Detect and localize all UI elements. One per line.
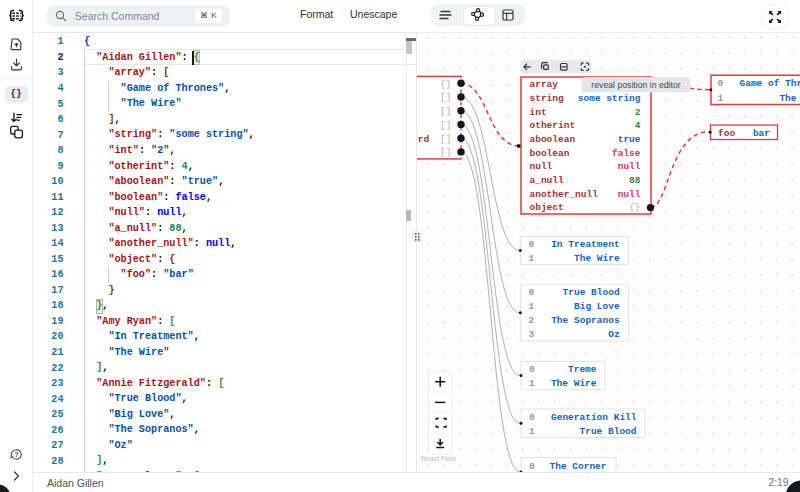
svg-text:1: 1 [529, 301, 535, 312]
svg-text:{}: {} [629, 202, 640, 213]
svg-text:boolean: boolean [530, 148, 570, 159]
svg-text:Generation Kill: Generation Kill [551, 412, 637, 423]
svg-text:2: 2 [529, 315, 535, 326]
svg-text:0: 0 [529, 461, 535, 472]
svg-text:null: null [618, 189, 641, 200]
svg-text:0: 0 [529, 239, 535, 250]
svg-text:otherint: otherint [530, 120, 576, 131]
svg-text:0: 0 [529, 287, 535, 298]
svg-text:another_null: another_null [530, 189, 599, 200]
svg-text:null: null [530, 161, 553, 172]
svg-text:Big Love: Big Love [574, 301, 620, 312]
svg-text:array: array [530, 79, 559, 90]
svg-text:0: 0 [529, 412, 535, 423]
svg-text:1: 1 [718, 93, 724, 104]
svg-text:1: 1 [529, 378, 535, 389]
svg-text:3: 3 [529, 329, 535, 340]
svg-text:React Flow: React Flow [421, 455, 457, 462]
svg-text:[]: [] [440, 92, 451, 103]
svg-text:reveal position in editor: reveal position in editor [591, 80, 680, 90]
svg-text:[]: [] [440, 106, 451, 117]
svg-text:aboolean: aboolean [530, 134, 576, 145]
svg-text:The Wire: The Wire [574, 253, 620, 264]
svg-text:string: string [530, 93, 565, 104]
svg-text:Oz: Oz [608, 329, 619, 340]
svg-text:object: object [530, 202, 564, 213]
svg-text:True Blood: True Blood [563, 287, 620, 298]
svg-text:foo: foo [718, 128, 735, 139]
svg-text:The Corner: The Corner [549, 461, 606, 472]
svg-text:bar: bar [753, 128, 770, 139]
svg-text:true: true [618, 134, 641, 145]
svg-text:2: 2 [635, 107, 641, 118]
svg-text:1: 1 [529, 426, 535, 437]
svg-text:88: 88 [629, 175, 641, 186]
svg-text:1: 1 [529, 253, 535, 264]
svg-text:null: null [618, 161, 641, 172]
svg-text:?: ? [14, 450, 19, 459]
svg-text:false: false [612, 148, 641, 159]
svg-text:4: 4 [635, 120, 641, 131]
svg-text:[]: [] [440, 147, 451, 158]
svg-text:Treme: Treme [568, 364, 597, 375]
svg-text:True Blood: True Blood [579, 426, 636, 437]
svg-text:0: 0 [718, 78, 724, 89]
svg-text:[]: [] [440, 134, 451, 145]
svg-text:rd: rd [418, 134, 430, 145]
svg-text:The Wire: The Wire [551, 378, 597, 389]
svg-text:In Treatment: In Treatment [551, 239, 619, 250]
svg-text:some string: some string [578, 93, 641, 104]
svg-text:[]: [] [440, 120, 451, 131]
svg-text:0: 0 [529, 364, 535, 375]
svg-text:a_null: a_null [530, 175, 565, 186]
svg-text:Game of Thrones: Game of Thrones [739, 78, 800, 89]
svg-text:{}: {} [440, 79, 451, 90]
svg-text:int: int [530, 107, 547, 118]
svg-text:The Sopranos: The Sopranos [551, 315, 620, 326]
svg-text:The Wire: The Wire [779, 93, 800, 104]
